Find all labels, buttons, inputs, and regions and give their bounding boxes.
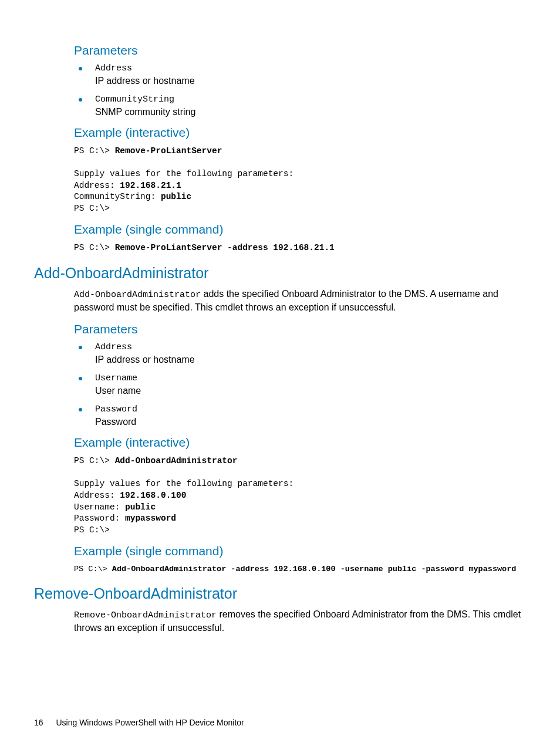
param-name: Address [95,63,525,73]
code-command: Remove-ProLiantServer [115,146,222,156]
param-name: Password [95,404,525,414]
code-block: PS C:\> Add-OnboardAdministrator Supply … [74,455,525,536]
param-desc: User name [95,386,525,396]
code-value: public [125,502,156,512]
code-text: Address: [74,181,120,190]
code-text: PS C:\> [74,243,115,252]
code-text: PS C:\> [74,525,110,535]
example-interactive-heading: Example (interactive) [74,436,525,450]
param-desc: IP address or hostname [95,76,525,86]
code-text: CommunityString: [74,192,161,201]
code-text: Username: [74,502,125,512]
example-single-heading: Example (single command) [74,222,525,237]
section-heading-add-onboard: Add-OnboardAdministrator [34,265,525,282]
example-interactive-heading: Example (interactive) [74,126,525,140]
section-description: Remove-OnboardAdministrator removes the … [74,608,525,634]
code-value: public [161,192,191,201]
code-command: Add-OnboardAdministrator -address 192.16… [112,565,517,573]
code-block: PS C:\> Add-OnboardAdministrator -addres… [74,564,525,575]
code-text: Password: [74,514,125,523]
parameters-heading: Parameters [74,43,525,58]
param-name: CommunityString [95,94,525,104]
parameter-list: Address IP address or hostname Username … [74,342,525,427]
parameters-heading: Parameters [74,322,525,336]
param-name: Username [95,373,525,383]
param-desc: Password [95,417,525,427]
list-item: Address IP address or hostname [74,342,525,365]
section-heading-remove-onboard: Remove-OnboardAdministrator [34,585,525,602]
page-footer: 16 Using Windows PowerShell with HP Devi… [34,718,244,727]
code-command: Remove-ProLiantServer -address 192.168.2… [115,243,335,252]
page-number: 16 [34,718,43,727]
list-item: CommunityString SNMP community string [74,94,525,117]
param-name: Address [95,342,525,352]
inline-code: Add-OnboardAdministrator [74,290,201,300]
code-text: PS C:\> [74,565,112,573]
code-text: PS C:\> [74,456,115,465]
param-desc: SNMP community string [95,107,525,117]
list-item: Username User name [74,373,525,396]
document-page: Parameters Address IP address or hostnam… [0,0,560,746]
code-text: PS C:\> [74,146,115,156]
footer-title: Using Windows PowerShell with HP Device … [56,718,244,727]
code-text: Supply values for the following paramete… [74,479,294,488]
example-single-heading: Example (single command) [74,544,525,558]
code-block: PS C:\> Remove-ProLiantServer Supply val… [74,146,525,214]
list-item: Address IP address or hostname [74,63,525,86]
inline-code: Remove-OnboardAdministrator [74,610,217,620]
code-text: Address: [74,491,120,500]
list-item: Password Password [74,404,525,427]
code-value: 192.168.21.1 [120,181,181,190]
code-value: mypassword [125,514,176,523]
code-command: Add-OnboardAdministrator [115,456,238,465]
section-description: Add-OnboardAdministrator adds the specif… [74,288,525,314]
content-area: Parameters Address IP address or hostnam… [34,43,525,635]
code-text: PS C:\> [74,204,110,213]
code-value: 192.168.0.100 [120,491,186,500]
code-block: PS C:\> Remove-ProLiantServer -address 1… [74,242,525,254]
parameter-list: Address IP address or hostname Community… [74,63,525,117]
param-desc: IP address or hostname [95,355,525,365]
code-text: Supply values for the following paramete… [74,169,294,178]
